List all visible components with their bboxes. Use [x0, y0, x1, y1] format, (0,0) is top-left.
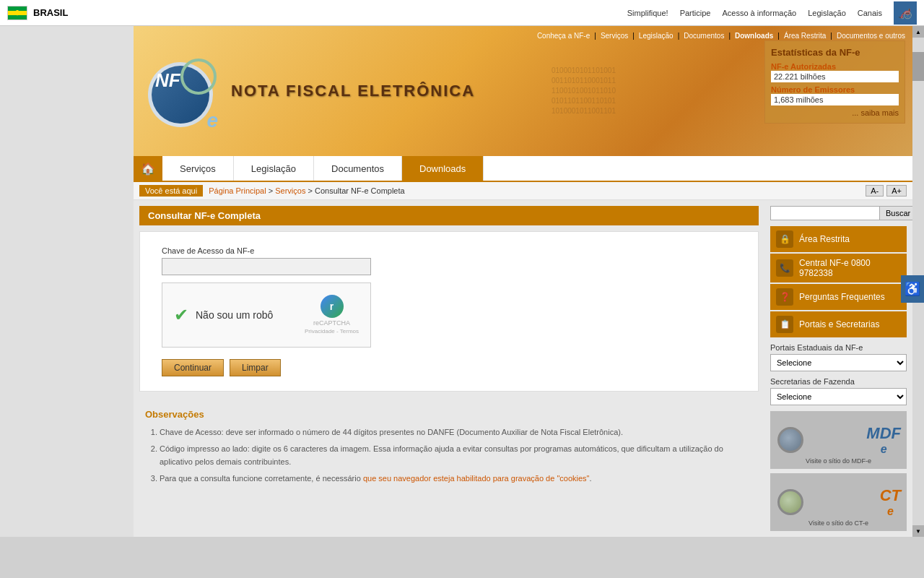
- breadcrumb-path: Página Principal > Serviços > Consultar …: [209, 186, 405, 195]
- header-binary: 0100010101101001001101011000101111001010…: [552, 26, 768, 156]
- font-controls: A- A+: [866, 185, 907, 197]
- cte-e-text: e: [880, 505, 901, 518]
- stats-panel: Estatísticas da NF-e NF-e Autorizadas 22…: [764, 40, 905, 124]
- breadcrumb-home[interactable]: Página Principal: [209, 186, 266, 195]
- site-header: Conheça a NF-e | Serviços | Legislação |…: [134, 26, 912, 156]
- continuar-button[interactable]: Continuar: [162, 359, 224, 376]
- sidebar-label-portais: Portais e Secretarias: [799, 319, 879, 329]
- breadcrumb-servicos[interactable]: Serviços: [275, 186, 305, 195]
- sidebar-item-portais[interactable]: 📋 Portais e Secretarias: [770, 311, 907, 337]
- home-button[interactable]: 🏠: [134, 156, 162, 181]
- mdf-visit-text: Visite o sítio do MDF-e: [770, 457, 907, 465]
- sidebar-label-central-nfe: Central NF-e 0800 9782338: [799, 258, 901, 278]
- mdf-logo-card[interactable]: MDF e Visite o sítio do MDF-e: [770, 411, 907, 469]
- breadcrumb-current: Consultar NF-e Completa: [315, 186, 405, 195]
- cte-visit-text: Visite o sítio do CT-e: [770, 519, 907, 527]
- lock-icon: 🔒: [776, 230, 793, 248]
- scrollbar-thumb[interactable]: [912, 52, 924, 81]
- participe-link[interactable]: Participe: [680, 9, 711, 17]
- site-title-area: NOTA FISCAL ELETRÔNICA: [231, 82, 475, 100]
- stats-emissores-value: 1,683 milhões: [771, 94, 899, 105]
- search-input[interactable]: [770, 206, 880, 220]
- sidebar-label-area-restrita: Área Restrita: [799, 234, 850, 244]
- cookies-link[interactable]: que seu navegador esteja habilitado para…: [363, 474, 590, 483]
- header-nav-restrita[interactable]: Área Restrita: [784, 32, 826, 40]
- mdf-brand-text: MDF: [866, 424, 901, 443]
- obs-list: Chave de Acesso: deve ser informado o nú…: [145, 426, 753, 486]
- secretarias-select[interactable]: Selecione: [770, 388, 907, 405]
- stats-autorizadas-value: 22.221 bilhões: [771, 71, 899, 82]
- recaptcha-label: reCAPTCHA: [305, 319, 359, 328]
- nfe-logo-nf: NF: [155, 69, 180, 92]
- scroll-up-button[interactable]: ▲: [912, 26, 924, 38]
- nfe-logo-ring: [180, 59, 217, 95]
- sidebar-item-perguntas[interactable]: ❓ Perguntas Frequentes: [770, 284, 907, 310]
- header-nav-outros[interactable]: Documentos e outros: [837, 32, 905, 40]
- form-container: Chave de Acesso da NF-e ✔ Não sou um rob…: [139, 231, 759, 392]
- gov-bar-left: BRASIL: [7, 6, 68, 20]
- cte-globe-icon: [777, 489, 803, 515]
- recaptcha-privacy: Privacidade - Termos: [305, 328, 359, 335]
- cte-logo-card[interactable]: CT e Visite o sítio do CT-e: [770, 473, 907, 531]
- question-icon: ❓: [776, 288, 793, 306]
- nfe-logo-e: e: [206, 109, 218, 132]
- chave-input[interactable]: [162, 258, 371, 275]
- breadcrumb-bar: Você está aqui Página Principal > Serviç…: [134, 182, 912, 200]
- secretarias-label: Secretarias de Fazenda: [770, 377, 907, 386]
- tab-legislacao[interactable]: Legislação: [234, 156, 314, 181]
- captcha-left: ✔ Não sou um robô: [174, 305, 273, 325]
- site-title: NOTA FISCAL ELETRÔNICA: [231, 82, 475, 100]
- breadcrumb-label: Você está aqui: [139, 185, 203, 197]
- accessibility-icon[interactable]: 🦽: [894, 1, 917, 25]
- sidebar-label-perguntas: Perguntas Frequentes: [799, 292, 885, 302]
- font-decrease-button[interactable]: A-: [866, 185, 884, 197]
- obs-title: Observações: [145, 409, 753, 420]
- main-col: Consultar NF-e Completa Chave de Acesso …: [134, 200, 764, 537]
- mdf-e-text: e: [866, 443, 901, 456]
- portais-label: Portais Estaduais da NF-e: [770, 343, 907, 352]
- font-increase-button[interactable]: A+: [886, 185, 907, 197]
- stats-title: Estatísticas da NF-e: [771, 47, 899, 58]
- secretarias-dropdown-section: Secretarias de Fazenda Selecione: [770, 377, 907, 405]
- sidebar-item-central-nfe[interactable]: 📞 Central NF-e 0800 9782338: [770, 254, 907, 282]
- phone-icon: 📞: [776, 259, 793, 277]
- acesso-informacao-link[interactable]: Acesso à informação: [722, 9, 796, 17]
- country-label: BRASIL: [33, 7, 68, 18]
- scroll-down-button[interactable]: ▼: [912, 525, 924, 537]
- cte-brand-text: CT: [880, 486, 901, 505]
- obs-item-1: Chave de Acesso: deve ser informado o nú…: [160, 426, 753, 439]
- mdf-brand: MDF e: [866, 424, 901, 456]
- portais-dropdown-section: Portais Estaduais da NF-e Selecione: [770, 343, 907, 371]
- gov-bar: BRASIL Simplifique! Participe Acesso à i…: [0, 0, 924, 26]
- brazil-flag-icon: [7, 6, 27, 20]
- form-buttons: Continuar Limpar: [162, 359, 736, 376]
- two-col-layout: Consultar NF-e Completa Chave de Acesso …: [134, 200, 912, 537]
- mdf-globe-icon: [777, 427, 803, 453]
- nav-tabs: 🏠 Serviços Legislação Documentos Downloa…: [134, 156, 912, 182]
- canais-link[interactable]: Canais: [858, 9, 882, 17]
- logos-section: MDF e Visite o sítio do MDF-e CT e Visit…: [770, 411, 907, 531]
- search-button[interactable]: Buscar: [880, 206, 917, 220]
- captcha-box: ✔ Não sou um robô r reCAPTCHA Privacidad…: [162, 282, 371, 348]
- tab-downloads[interactable]: Downloads: [402, 156, 484, 181]
- observations-section: Observações Chave de Acesso: deve ser in…: [134, 397, 764, 500]
- limpar-button[interactable]: Limpar: [230, 359, 281, 376]
- portais-select[interactable]: Selecione: [770, 354, 907, 371]
- accessibility-button[interactable]: ♿: [901, 275, 924, 303]
- sidebar: Buscar 🔒 Área Restrita 📞 Central NF-e 08…: [764, 200, 912, 537]
- chave-label: Chave de Acesso da NF-e: [162, 246, 736, 255]
- legislacao-link[interactable]: Legislação: [808, 9, 846, 17]
- captcha-right: r reCAPTCHA Privacidade - Termos: [305, 295, 359, 335]
- simplifique-link[interactable]: Simplifique!: [627, 9, 668, 17]
- stats-autorizadas-label: NF-e Autorizadas: [771, 62, 899, 71]
- captcha-check-icon: ✔: [174, 305, 188, 325]
- tab-servicos[interactable]: Serviços: [162, 156, 234, 181]
- captcha-text: Não sou um robô: [196, 309, 273, 321]
- stats-more-link[interactable]: ... saiba mais: [852, 108, 899, 117]
- obs-item-3: Para que a consulta funcione corretament…: [160, 472, 753, 486]
- tab-documentos[interactable]: Documentos: [314, 156, 402, 181]
- sidebar-item-area-restrita[interactable]: 🔒 Área Restrita: [770, 226, 907, 252]
- cte-brand: CT e: [880, 486, 901, 518]
- obs-item-2: Código impresso ao lado: digite os 6 car…: [160, 442, 753, 469]
- portais-icon: 📋: [776, 316, 793, 333]
